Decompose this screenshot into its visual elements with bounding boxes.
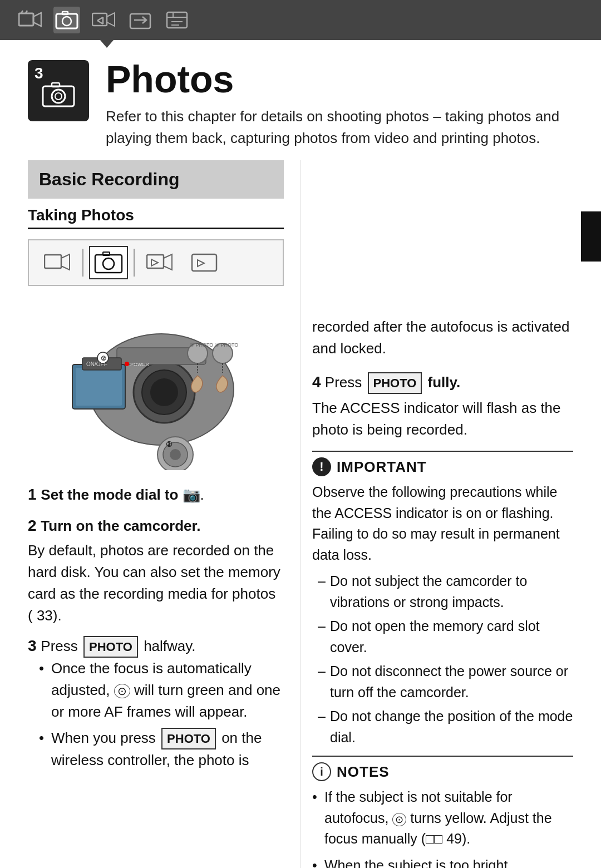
svg-marker-1 — [33, 13, 41, 26]
notes-item-1: If the subject is not suitable for autof… — [312, 787, 573, 850]
subsection-heading: Taking Photos — [28, 206, 284, 229]
step-3-photo-btn: PHOTO — [83, 636, 138, 658]
svg-rect-0 — [19, 13, 33, 26]
step-4-photo-btn: PHOTO — [368, 372, 422, 394]
step-1-title: Set the mode dial to — [41, 486, 182, 503]
step-3: 3 Press PHOTO halfway. Once the focus is… — [28, 634, 284, 771]
notes-icon: i — [312, 762, 331, 781]
svg-point-21 — [55, 93, 62, 100]
step-1-icon: 📷 — [183, 486, 200, 503]
step-2-number: 2 — [28, 517, 41, 534]
important-item-2: Do not open the memory card slot cover. — [318, 616, 573, 658]
step-1: 1 Set the mode dial to 📷. — [28, 483, 284, 506]
step-3-number: 3 — [28, 637, 41, 654]
nav-icon-video[interactable] — [17, 7, 43, 33]
important-intro: Observe the following precautions while … — [312, 482, 573, 565]
mode-icon-video — [38, 246, 77, 279]
svg-rect-12 — [130, 14, 150, 28]
chapter-title-block: Photos Refer to this chapter for details… — [106, 60, 573, 149]
step-4-number: 4 — [312, 373, 321, 391]
chapter-description: Refer to this chapter for details on sho… — [106, 106, 573, 149]
important-items-list: Do not subject the camcorder to vibratio… — [318, 571, 573, 748]
svg-marker-32 — [198, 260, 204, 267]
top-navigation-bar — [0, 0, 601, 40]
section-heading-box: Basic Recording — [28, 160, 284, 199]
step-4-body: The ACCESS indicator will flash as the p… — [312, 397, 573, 441]
important-title: IMPORTANT — [337, 458, 427, 476]
svg-line-9 — [97, 17, 103, 21]
notes-box: i NOTES If the subject is not suitable f… — [312, 756, 573, 868]
right-column: recorded after the autofocus is activate… — [300, 160, 573, 868]
left-steps-list: 1 Set the mode dial to 📷. 2 Turn on the … — [28, 483, 284, 771]
step-1-number: 1 — [28, 486, 41, 503]
svg-text:③ PHOTO: ③ PHOTO — [190, 342, 213, 348]
step-3-bullet-1: Once the focus is automatically adjusted… — [39, 658, 284, 723]
step-2: 2 Turn on the camcorder. By default, pho… — [28, 514, 284, 627]
important-icon: ! — [312, 457, 331, 476]
step-3-bullets: Once the focus is automatically adjusted… — [39, 658, 284, 771]
svg-marker-8 — [107, 13, 115, 26]
step-4-label: Press — [325, 374, 362, 391]
step-2-body: By default, photos are recorded on the h… — [28, 540, 284, 627]
important-item-4: Do not change the position of the mode d… — [318, 706, 573, 748]
chapter-number: 3 — [35, 65, 43, 82]
mode-divider — [82, 249, 83, 277]
camera-diagram: ON/OFF POWER ③ PHOTO ④ PHOTO ② — [28, 295, 284, 473]
notes-item-2: When the subject is too bright, [Overexp… — [312, 855, 573, 869]
svg-text:④ PHOTO: ④ PHOTO — [215, 342, 238, 348]
svg-line-10 — [97, 21, 103, 24]
main-content: Basic Recording Taking Photos — [0, 160, 601, 868]
nav-icons-group — [17, 7, 190, 33]
nav-icon-photo[interactable] — [53, 7, 80, 33]
subsection-title: Taking Photos — [28, 206, 134, 224]
step-3-inline-btn: PHOTO — [161, 728, 216, 749]
svg-point-26 — [103, 258, 114, 269]
svg-marker-29 — [164, 254, 172, 270]
svg-point-5 — [62, 17, 71, 26]
chapter-header: 3 Photos Refer to this chapter for detai… — [0, 40, 601, 160]
mode-icon-playback-photo — [185, 246, 224, 279]
chapter-camera-icon — [42, 80, 75, 112]
svg-marker-24 — [61, 254, 70, 270]
notes-items-list: If the subject is not suitable for autof… — [312, 787, 573, 868]
svg-rect-23 — [45, 255, 61, 268]
step-4-suffix: fully. — [428, 374, 461, 391]
chapter-title: Photos — [106, 60, 573, 98]
mode-divider-2 — [134, 249, 135, 277]
chapter-tab-marker — [581, 211, 601, 262]
svg-rect-22 — [52, 83, 60, 87]
svg-text:②: ② — [101, 355, 106, 362]
svg-point-36 — [150, 378, 178, 406]
nav-icon-transfer[interactable] — [127, 7, 154, 33]
important-header: ! IMPORTANT — [312, 457, 573, 476]
notes-title: NOTES — [337, 763, 390, 781]
right-col-intro: recorded after the autofocus is activate… — [312, 316, 573, 359]
important-box: ! IMPORTANT Observe the following precau… — [312, 451, 573, 748]
step-1-period: . — [200, 486, 204, 503]
mode-icons-row — [28, 239, 284, 286]
step-2-title: Turn on the camcorder. — [41, 517, 200, 534]
svg-text:POWER: POWER — [130, 362, 150, 367]
mode-icon-playback-video — [140, 246, 179, 279]
notes-header: i NOTES — [312, 762, 573, 781]
svg-point-42 — [125, 362, 129, 366]
mode-icon-photo-active — [89, 246, 128, 279]
important-item-1: Do not subject the camcorder to vibratio… — [318, 571, 573, 613]
svg-rect-27 — [103, 252, 110, 255]
step-3-bullet-2: When you press PHOTO on the wireless con… — [39, 727, 284, 771]
svg-marker-30 — [151, 259, 158, 266]
svg-text:①: ① — [166, 440, 173, 448]
svg-point-20 — [52, 90, 65, 103]
left-column: Basic Recording Taking Photos — [28, 160, 300, 868]
section-title: Basic Recording — [39, 169, 273, 190]
step-3-suffix: halfway. — [144, 638, 195, 654]
nav-icon-playback[interactable] — [90, 7, 117, 33]
nav-icon-settings[interactable] — [164, 7, 190, 33]
important-item-3: Do not disconnect the power source or tu… — [318, 661, 573, 703]
step-3-label: Press — [41, 638, 77, 654]
svg-point-52 — [170, 449, 181, 460]
step-4: 4 Press PHOTO fully. The ACCESS indicato… — [312, 371, 573, 441]
svg-rect-39 — [76, 368, 122, 406]
chapter-icon-box: 3 — [28, 60, 89, 121]
nav-arrow-indicator — [100, 40, 114, 48]
